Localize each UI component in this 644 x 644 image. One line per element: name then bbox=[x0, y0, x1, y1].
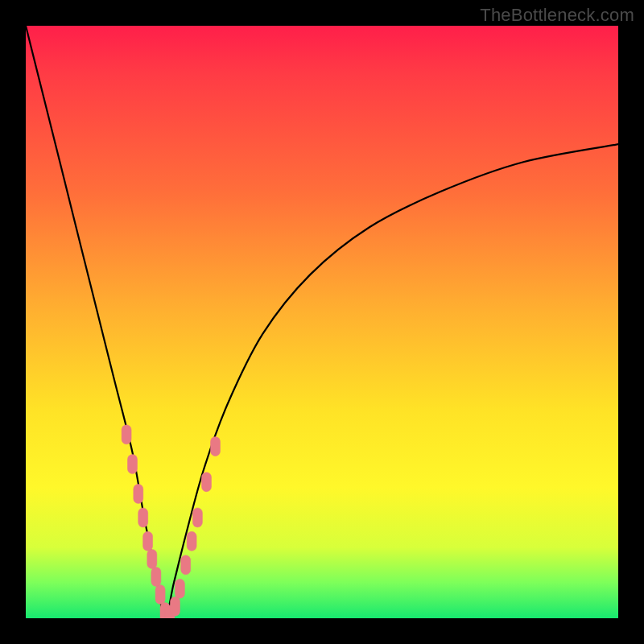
curve-marker bbox=[181, 555, 191, 575]
bottleneck-curve bbox=[26, 26, 618, 618]
curve-svg bbox=[26, 26, 618, 618]
curve-marker bbox=[202, 473, 212, 492]
marker-group bbox=[122, 425, 220, 618]
curve-marker bbox=[187, 531, 196, 551]
curve-marker bbox=[171, 597, 180, 616]
curve-marker bbox=[134, 484, 143, 503]
curve-marker bbox=[147, 549, 157, 568]
curve-marker bbox=[128, 455, 138, 474]
curve-marker bbox=[122, 425, 131, 444]
watermark-text: TheBottleneck.com bbox=[480, 5, 634, 26]
curve-marker bbox=[143, 531, 153, 551]
chart-frame: TheBottleneck.com bbox=[0, 0, 644, 644]
curve-marker bbox=[151, 568, 161, 587]
curve-marker bbox=[211, 437, 221, 456]
curve-marker bbox=[138, 508, 148, 527]
curve-marker bbox=[192, 508, 202, 527]
curve-marker bbox=[155, 585, 165, 605]
plot-area bbox=[26, 26, 618, 618]
curve-marker bbox=[175, 579, 184, 598]
